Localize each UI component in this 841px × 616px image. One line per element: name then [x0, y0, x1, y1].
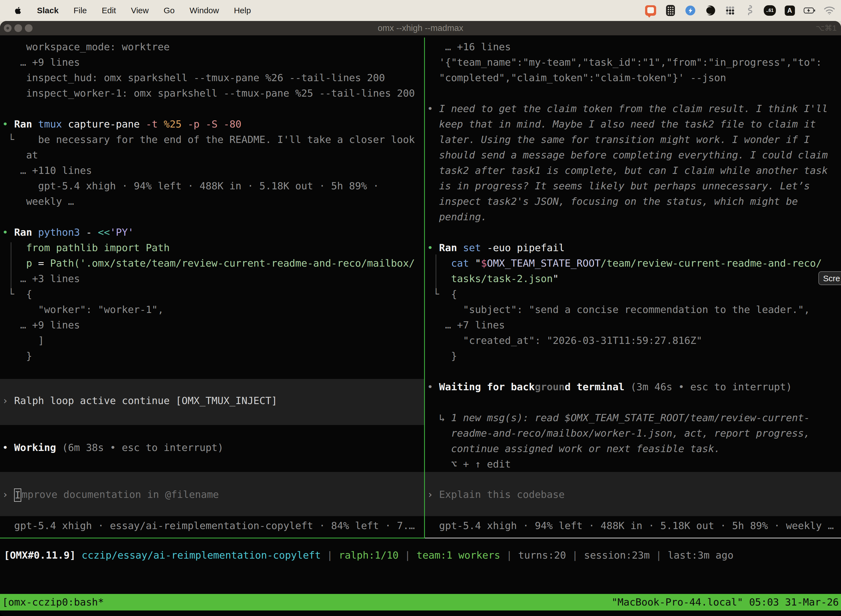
terminal-line: p = Path('.omx/state/team/review-current… [2, 255, 424, 271]
apple-icon[interactable] [14, 6, 22, 15]
terminal-line: "subject": "send a concise recommendatio… [427, 302, 841, 317]
text-segment: … +9 lines [2, 57, 80, 68]
chat-app-icon[interactable] [645, 4, 657, 16]
window-title-bar[interactable]: omx --xhigh --madmax ⌥⌘1 [0, 21, 841, 35]
terminal-line: "worker": "worker-1", [2, 302, 424, 317]
text-segment: gpt-5.4 xhigh · essay/ai-reimplementatio… [2, 520, 415, 531]
dragon-icon[interactable] [744, 4, 756, 16]
moon-icon[interactable] [704, 4, 716, 16]
pane-border-bottom-active [0, 538, 424, 538]
text-segment: • [427, 242, 439, 253]
blue-badge-icon[interactable] [684, 4, 696, 16]
text-segment: ↳ [427, 412, 451, 423]
menu-item-edit[interactable]: Edit [102, 6, 116, 15]
text-segment: ⌥ + ↑ edit [427, 458, 511, 470]
terminal-line: ] [2, 333, 424, 348]
terminal-window: omx --xhigh --madmax ⌥⌘1 workspace_mode:… [0, 21, 841, 616]
text-segment: 'PY' [110, 227, 134, 238]
tmux-session-label[interactable]: [omx-cczip0:bash* [2, 594, 104, 610]
text-segment: … +7 lines [427, 319, 505, 331]
terminal-line: tasks/task-2.json" [427, 271, 841, 286]
text-segment: d terminal [565, 381, 630, 392]
menu-item-help[interactable]: Help [234, 6, 251, 15]
menu-item-app[interactable]: Slack [37, 6, 59, 15]
text-segment: capture-pane [68, 119, 146, 130]
text-segment: -p -S -80 [188, 119, 242, 130]
text-segment: -t [146, 119, 164, 130]
text-segment: inspect_hud: omx sparkshell --tmux-pane … [2, 72, 385, 84]
text-segment: = [38, 258, 50, 269]
text-segment: Waiting for back [439, 381, 535, 392]
terminal-pane-left[interactable]: workspace_mode: worktree … +9 lines insp… [0, 37, 424, 538]
text-segment: python3 [38, 227, 86, 238]
terminal-line: ↳ 1 new msg(s): read $OMX_TEAM_STATE_ROO… [427, 410, 841, 425]
terminal-line: is in progress? It seems likely but perh… [427, 178, 841, 194]
text-segment: └ { [2, 288, 32, 300]
letter-a-app-icon[interactable]: A [784, 4, 796, 16]
text-segment: last:3m ago [668, 550, 733, 561]
battery-icon[interactable] [803, 4, 816, 16]
text-segment: • [2, 442, 14, 453]
text-segment: tmux [38, 119, 68, 130]
terminal-line: gpt-5.4 xhigh · 94% left · 488K in · 5.1… [427, 518, 841, 534]
text-segment: gpt-5.4 xhigh · 94% left · 488K in · 5.1… [2, 180, 379, 192]
text-segment: (3m 46s • esc to interrupt) [630, 381, 792, 392]
terminal-line: … +7 lines [427, 317, 841, 333]
dots-grid-icon[interactable] [724, 4, 736, 16]
menu-item-window[interactable]: Window [189, 6, 219, 15]
terminal-line: › Improve documentation in @filename [2, 487, 424, 502]
text-segment: keep that in mind. Maybe I also need the… [427, 119, 816, 130]
screen-capture-overlay[interactable]: Scre [818, 271, 841, 285]
terminal-line: should send a message before completing … [427, 147, 841, 163]
terminal-line: … +110 lines [2, 163, 424, 178]
text-segment: team:1 workers [417, 550, 506, 561]
terminal-pane-right[interactable]: … +16 lines '{"team_name":"my-team","tas… [425, 37, 841, 538]
omx-status-line: [OMX#0.11.9] cczip/essay/ai-reimplementa… [4, 547, 733, 563]
text-segment: … +9 lines [2, 319, 80, 331]
text-segment: • [2, 119, 14, 130]
text-segment: › [2, 489, 14, 500]
text-segment: Explain this codebase [439, 489, 564, 500]
menu-bar: Slack File Edit View Go Window Help [0, 0, 841, 21]
text-segment: readme-and-reco/mailbox/worker-1.json, a… [427, 427, 810, 439]
terminal-line: inspect_hud: omx sparkshell --tmux-pane … [2, 70, 424, 85]
text-segment: " [475, 258, 481, 269]
terminal-line: keep that in mind. Maybe I also need the… [427, 116, 841, 132]
menu-item-file[interactable]: File [73, 6, 86, 15]
text-segment: └ { [427, 288, 457, 300]
terminal-line: task2 after task1 is complete, but can I… [427, 163, 841, 178]
keypad-app-icon[interactable] [664, 4, 677, 16]
text-segment: -euo pipefail [487, 242, 565, 253]
text-segment: ralph:1/10 [339, 550, 404, 561]
menu-bar-left: Slack File Edit View Go Window Help [0, 6, 251, 15]
pane-divider-vertical[interactable] [424, 38, 425, 538]
text-segment: Working [14, 442, 62, 453]
terminal-line: … +9 lines [2, 55, 424, 70]
terminal-line: inspect_worker-1: omx sparkshell --tmux-… [2, 85, 424, 101]
text-segment: gpt-5.4 xhigh · 94% left · 488K in · 5.1… [427, 520, 834, 531]
battery-61-badge[interactable]: ..61 [764, 4, 776, 16]
text-segment: should send a message before completing … [427, 149, 828, 161]
text-segment: mprove documentation in @filename [22, 489, 219, 500]
text-segment: " [553, 273, 559, 284]
text-segment: | [656, 550, 668, 561]
text-segment: - [86, 227, 98, 238]
text-segment: pending. [427, 211, 487, 223]
window-title: omx --xhigh --madmax [0, 21, 841, 35]
text-segment: › [2, 395, 14, 406]
text-segment: weekly … [2, 196, 74, 207]
text-segment: "completed","claim_token":"claim-token"}… [427, 72, 726, 84]
text-segment: | [572, 550, 584, 561]
menu-item-view[interactable]: View [131, 6, 148, 15]
terminal-line: cat "$OMX_TEAM_STATE_ROOT/team/review-cu… [427, 255, 841, 271]
text-segment: '{"team_name":"my-team","task_id":"1","f… [427, 57, 822, 68]
wifi-icon[interactable] [823, 4, 835, 16]
terminal-line: • Working (6m 38s • esc to interrupt) [2, 440, 424, 455]
terminal-line: } [427, 348, 841, 364]
text-segment: cczip/essay/ai-reimplementation-copyleft [82, 550, 327, 561]
text-segment: ] [2, 335, 44, 346]
text-cursor: I [14, 488, 21, 502]
menu-item-go[interactable]: Go [164, 6, 175, 15]
text-segment: groun [535, 381, 564, 392]
text-segment: … +110 lines [2, 165, 92, 176]
